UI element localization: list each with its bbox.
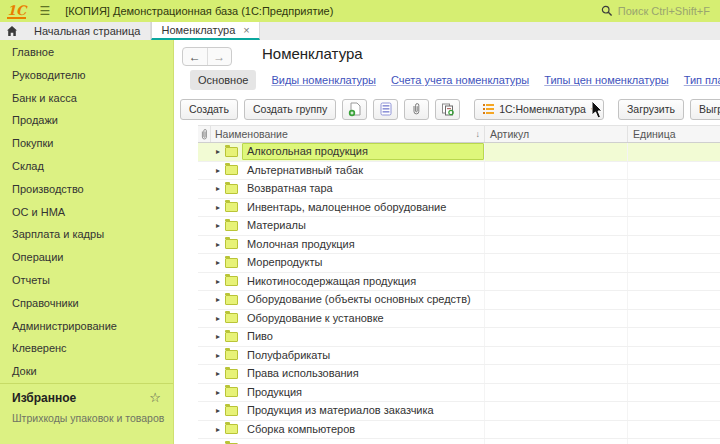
table-row[interactable]: ▸ Сборка компьютеров — [198, 421, 720, 440]
expand-arrow-icon[interactable]: ▸ — [213, 166, 223, 175]
create-group-button[interactable]: Создать группу — [244, 99, 336, 120]
expand-arrow-icon[interactable]: ▸ — [213, 258, 223, 267]
dropdown-label: 1С:Номенклатура — [499, 103, 586, 115]
expand-arrow-icon[interactable]: ▸ — [213, 388, 223, 397]
expand-arrow-icon[interactable]: ▸ — [213, 425, 223, 434]
form-nav-tab[interactable]: Виды номенклатуры — [271, 74, 376, 86]
history-list-button[interactable] — [373, 99, 398, 120]
table-row[interactable]: ▸ Инвентарь, малоценное оборудование — [198, 199, 720, 218]
global-search-input[interactable]: Поиск Ctrl+Shift+F — [601, 5, 710, 17]
table-row[interactable]: ▸ Материалы — [198, 217, 720, 236]
expand-arrow-icon[interactable]: ▸ — [213, 332, 223, 341]
unit-cell — [628, 439, 720, 444]
table-row[interactable]: ▸ Морепродукты — [198, 254, 720, 273]
sidebar-item[interactable]: Банк и касса — [0, 87, 173, 110]
unit-cell — [628, 143, 720, 161]
table-row[interactable]: ▸ Оборудование к установке — [198, 310, 720, 329]
export-button[interactable]: Выгрузить — [690, 99, 720, 120]
unit-cell — [628, 180, 720, 198]
sidebar-item[interactable]: Операции — [0, 246, 173, 269]
sidebar-item[interactable]: Администрирование — [0, 315, 173, 338]
sidebar-item[interactable]: Отчеты — [0, 269, 173, 292]
sidebar-item[interactable]: Производство — [0, 178, 173, 201]
folder-icon — [225, 165, 238, 175]
main-menu-icon[interactable]: ☰ — [39, 5, 50, 17]
sidebar-item[interactable]: Главное — [0, 41, 173, 64]
form-nav-tab[interactable]: Типы цен номенклатуры — [544, 74, 668, 86]
expand-arrow-icon[interactable]: ▸ — [213, 277, 223, 286]
sidebar-item[interactable]: Покупки — [0, 132, 173, 155]
favorites-header: Избранное ☆ — [0, 384, 173, 405]
marking-codes-button[interactable] — [435, 99, 460, 120]
sidebar-item[interactable]: Доки — [0, 360, 173, 383]
table-row[interactable]: ▸ Продукция из материалов заказчика — [198, 402, 720, 421]
table-row[interactable]: ▸ Полуфабрикаты — [198, 347, 720, 366]
close-tab-icon[interactable]: × — [243, 25, 249, 36]
sidebar-item[interactable]: Клеверенс — [0, 337, 173, 360]
column-header-name[interactable]: Наименование ↓ — [211, 126, 485, 142]
name-cell: ▸ Материалы — [211, 217, 485, 235]
sidebar-item[interactable]: ОС и НМА — [0, 201, 173, 224]
form-nav-tab[interactable]: Счета учета номенклатуры — [391, 74, 529, 86]
article-cell — [485, 310, 628, 328]
tab-home-page[interactable]: Начальная страница — [24, 22, 151, 40]
expand-arrow-icon[interactable]: ▸ — [213, 240, 223, 249]
table-row[interactable]: ▸ Молочная продукция — [198, 236, 720, 255]
expand-arrow-icon[interactable]: ▸ — [213, 221, 223, 230]
folder-icon — [225, 295, 238, 305]
name-cell: ▸ Оборудование (объекты основных средств… — [211, 291, 485, 309]
table-row[interactable]: ▸ Продукция — [198, 384, 720, 403]
expand-arrow-icon[interactable]: ▸ — [213, 203, 223, 212]
table-row[interactable]: ▸ Оборудование (объекты основных средств… — [198, 291, 720, 310]
unit-cell — [628, 254, 720, 272]
unit-cell — [628, 273, 720, 291]
window-tab-bar: Начальная страница Номенклатура × — [0, 22, 720, 40]
attachments-column-header[interactable] — [198, 126, 211, 142]
1c-nomenclature-dropdown[interactable]: 1С:Номенклатура ▾ — [474, 99, 604, 120]
table-row[interactable]: ▸ Алкогольная продукция — [198, 143, 720, 162]
expand-arrow-icon[interactable]: ▸ — [213, 295, 223, 304]
sidebar-item[interactable]: Руководителю — [0, 64, 173, 87]
home-tab[interactable] — [0, 22, 24, 40]
expand-arrow-icon[interactable]: ▸ — [213, 314, 223, 323]
form-nav-tab[interactable]: Тип плановых цен — [684, 74, 720, 86]
back-button[interactable]: ← — [183, 48, 207, 65]
forward-button[interactable]: → — [207, 48, 232, 65]
main-content: ← → Номенклатура Основное Виды номенклат… — [174, 40, 720, 444]
folder-icon — [225, 313, 238, 323]
group-name: Материалы — [242, 217, 484, 234]
expand-arrow-icon[interactable]: ▸ — [213, 369, 223, 378]
attach-cell — [198, 236, 211, 254]
tab-nomenclature[interactable]: Номенклатура × — [151, 22, 259, 40]
expand-arrow-icon[interactable]: ▸ — [213, 184, 223, 193]
column-header-article[interactable]: Артикул — [485, 126, 628, 142]
search-icon — [601, 5, 613, 17]
load-button[interactable]: Загрузить — [618, 99, 684, 120]
table-row[interactable]: ▸ Альтернативный табак — [198, 162, 720, 181]
table-row[interactable]: ▸ Права использования — [198, 365, 720, 384]
sidebar-item[interactable]: Продажи — [0, 109, 173, 132]
folder-icon — [225, 202, 238, 212]
article-cell — [485, 180, 628, 198]
table-row[interactable]: ▸ Возвратная тара — [198, 180, 720, 199]
favorites-item[interactable]: Штрихкоды упаковок и товаров — [0, 405, 173, 424]
group-name: Инвентарь, малоценное оборудование — [242, 199, 484, 216]
form-nav-tab[interactable]: Основное — [190, 70, 256, 90]
expand-arrow-icon[interactable]: ▸ — [213, 406, 223, 415]
table-row[interactable]: ▸ — [198, 439, 720, 444]
create-button[interactable]: Создать — [180, 99, 238, 120]
table-row[interactable]: ▸ Никотиносодержащая продукция — [198, 273, 720, 292]
star-icon[interactable]: ☆ — [149, 391, 161, 404]
attachments-button[interactable] — [404, 99, 429, 120]
name-cell: ▸ Права использования — [211, 365, 485, 383]
column-header-unit[interactable]: Единица — [628, 126, 720, 142]
expand-arrow-icon[interactable]: ▸ — [213, 351, 223, 360]
nomenclature-table: Наименование ↓ Артикул Единица ▸ — [198, 125, 720, 444]
expand-arrow-icon[interactable]: ▸ — [213, 147, 223, 156]
copy-item-button[interactable] — [342, 99, 367, 120]
attach-cell — [198, 439, 211, 444]
sidebar-item[interactable]: Справочники — [0, 292, 173, 315]
table-row[interactable]: ▸ Пиво — [198, 328, 720, 347]
sidebar-item[interactable]: Склад — [0, 155, 173, 178]
sidebar-item[interactable]: Зарплата и кадры — [0, 223, 173, 246]
